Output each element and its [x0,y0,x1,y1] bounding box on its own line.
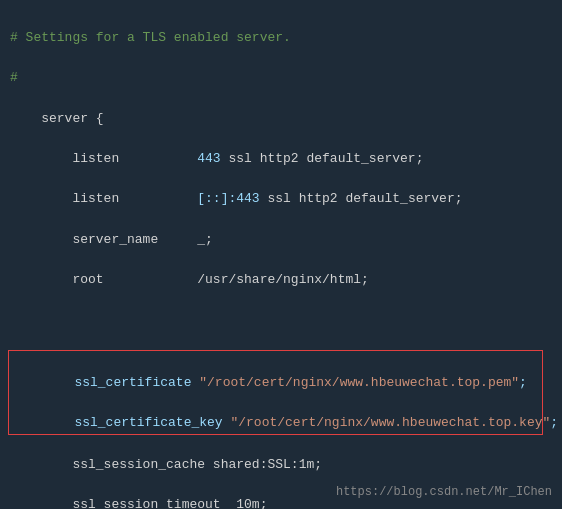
line-root: root /usr/share/nginx/html; [10,270,552,290]
watermark: https://blog.csdn.net/Mr_IChen [336,485,552,499]
line-ssl-cert: ssl_certificate "/root/cert/nginx/www.hb… [12,373,539,393]
line-server-name: server_name _; [10,230,552,250]
line-session-cache: ssl_session_cache shared:SSL:1m; [10,455,552,475]
line-comment-2: # [10,68,552,88]
line-blank-1 [10,310,552,330]
line-ssl-key: ssl_certificate_key "/root/cert/nginx/ww… [12,413,539,433]
line-listen-2: listen [::]:443 ssl http2 default_server… [10,189,552,209]
line-comment-1: # Settings for a TLS enabled server. [10,28,552,48]
line-listen-1: listen 443 ssl http2 default_server; [10,149,552,169]
code-block: # Settings for a TLS enabled server. # s… [0,0,562,509]
line-ssl-cert-block: ssl_certificate "/root/cert/nginx/www.hb… [10,350,552,435]
line-server-open: server { [10,109,552,129]
